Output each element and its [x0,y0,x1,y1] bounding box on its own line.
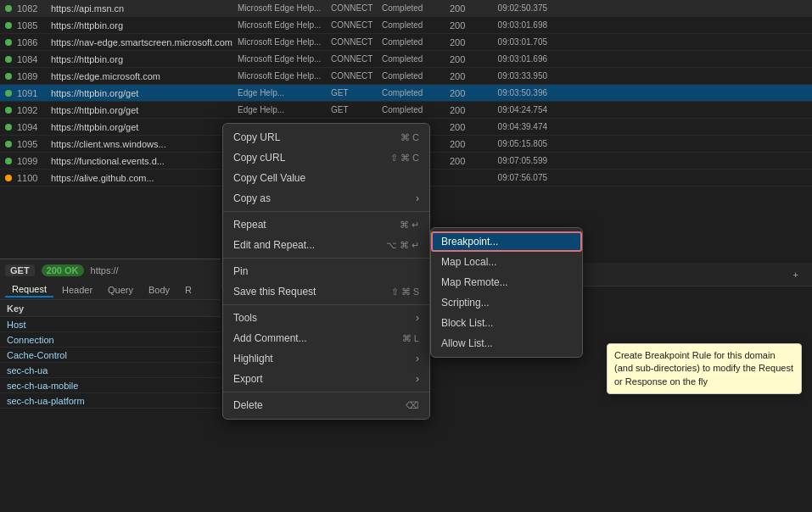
menu-item-copy-cell-value[interactable]: Copy Cell Value [223,168,429,188]
submenu-label: Map Local... [441,256,496,268]
menu-item-label: Save this Request [233,286,316,298]
submenu-label: Scripting... [441,297,490,309]
row-time: 09:03:33.950 [479,71,547,81]
kv-row: Cache-Control [0,348,221,363]
menu-item-add-comment[interactable]: Add Comment...⌘ L [223,328,429,348]
menu-item-label: Delete [233,399,263,411]
left-tab-body[interactable]: Body [142,283,176,297]
submenu-arrow: › [416,373,419,385]
row-id: 1099 [17,156,51,166]
submenu-arrow: › [416,312,419,324]
menu-item-label: Copy Cell Value [233,172,305,184]
submenu-item-scripting-[interactable]: Scripting... [431,292,582,313]
row-id: 1100 [17,173,51,183]
context-menu: Copy URL⌘ CCopy cURL⇧ ⌘ CCopy Cell Value… [222,123,430,420]
menu-item-highlight[interactable]: Highlight› [223,348,429,369]
menu-item-copy-url[interactable]: Copy URL⌘ C [223,127,429,147]
row-time: 09:03:01.696 [479,54,547,64]
row-id: 1085 [17,20,51,31]
row-host: Edge Help... [238,88,331,97]
menu-item-label: Tools [233,312,257,324]
menu-item-label: Repeat [233,219,266,231]
get-bar: GET 200 OK https:// [0,259,221,281]
table-row[interactable]: 1086 https://nav-edge.smartscreen.micros… [0,34,812,51]
row-method: CONNECT [331,3,382,13]
submenu-label: Map Remote... [441,276,508,288]
menu-shortcut: ⌘ L [402,333,419,344]
row-code: 200 [450,20,479,31]
kv-key: Host [0,320,110,330]
menu-item-label: Copy as [233,192,271,204]
menu-item-pin[interactable]: Pin [223,261,429,281]
key-header: Key [0,303,110,314]
row-time: 09:03:50.396 [479,88,547,97]
left-tab-request[interactable]: Request [5,282,53,298]
menu-shortcut: ⇧ ⌘ S [391,287,419,298]
menu-item-export[interactable]: Export› [223,369,429,389]
row-url: https://functional.events.d... [51,156,238,166]
row-id: 1086 [17,37,51,47]
menu-item-copy-as[interactable]: Copy as› [223,188,429,209]
table-row[interactable]: 1092 https://httpbin.org/get Edge Help..… [0,102,812,119]
row-url: https://httpbin.org [51,20,238,31]
status-dot [5,90,12,97]
menu-item-copy-curl[interactable]: Copy cURL⇧ ⌘ C [223,147,429,168]
row-status: Completed [382,3,450,13]
kv-row: sec-ch-ua [0,363,221,378]
submenu-item-breakpoint-[interactable]: Breakpoint... [431,231,582,252]
status-dot [5,22,12,29]
status-dot [5,56,12,63]
menu-item-save-this-request[interactable]: Save this Request⇧ ⌘ S [223,281,429,302]
menu-item-label: Edit and Repeat... [233,239,315,251]
left-tab-header[interactable]: Header [55,283,99,297]
kv-key: sec-ch-ua-mobile [0,381,110,391]
kv-row: Host [0,317,221,332]
row-method: CONNECT [331,71,382,81]
submenu-arrow: › [416,353,419,365]
row-code: 200 [450,54,479,64]
row-status: Completed [382,20,450,30]
row-time: 09:03:01.705 [479,37,547,47]
status-dot [5,124,12,131]
submenu-item-allow-list-[interactable]: Allow List... [431,333,582,353]
row-url: https://alive.github.com... [51,173,238,183]
table-row[interactable]: 1091 https://httpbin.org/get Edge Help..… [0,85,812,102]
submenu-item-map-local-[interactable]: Map Local... [431,252,582,272]
menu-shortcut: ⌫ [406,400,419,411]
row-time: 09:05:15.805 [479,139,547,148]
submenu-arrow: › [416,192,419,204]
row-id: 1084 [17,54,51,64]
row-code: 200 [450,3,479,14]
menu-item-label: Highlight [233,353,273,365]
row-method: CONNECT [331,37,382,47]
submenu-label: Breakpoint... [441,236,498,248]
kv-list: Key HostConnectionCache-Controlsec-ch-ua… [0,300,221,512]
add-tab-button[interactable]: + [787,268,805,281]
menu-item-edit-and-repeat[interactable]: Edit and Repeat...⌥ ⌘ ↵ [223,235,429,255]
submenu-item-map-remote-[interactable]: Map Remote... [431,272,582,292]
row-time: 09:03:01.698 [479,20,547,30]
table-row[interactable]: 1084 https://httpbin.org Microsoft Edge … [0,51,812,68]
row-url: https://httpbin.org/get [51,122,238,132]
row-host: Microsoft Edge Help... [238,71,331,81]
row-status: Completed [382,37,450,47]
kv-key: sec-ch-ua-platform [0,396,110,406]
menu-item-repeat[interactable]: Repeat⌘ ↵ [223,214,429,235]
table-row[interactable]: 1089 https://edge.microsoft.com Microsof… [0,68,812,85]
row-id: 1094 [17,122,51,132]
menu-shortcut: ⌥ ⌘ ↵ [386,240,419,251]
row-host: Microsoft Edge Help... [238,54,331,64]
submenu-item-block-list-[interactable]: Block List... [431,313,582,333]
kv-key: Connection [0,335,110,345]
left-tab-query[interactable]: Query [101,283,140,297]
table-row[interactable]: 1085 https://httpbin.org Microsoft Edge … [0,17,812,34]
menu-item-tools[interactable]: Tools› [223,308,429,328]
status-dot [5,141,12,147]
left-tab-r[interactable]: R [178,283,199,297]
row-id: 1092 [17,105,51,115]
row-time: 09:07:05.599 [479,156,547,165]
kv-row: Connection [0,332,221,348]
menu-item-delete[interactable]: Delete⌫ [223,395,429,415]
row-id: 1082 [17,3,51,14]
table-row[interactable]: 1082 https://api.msn.cn Microsoft Edge H… [0,0,812,17]
